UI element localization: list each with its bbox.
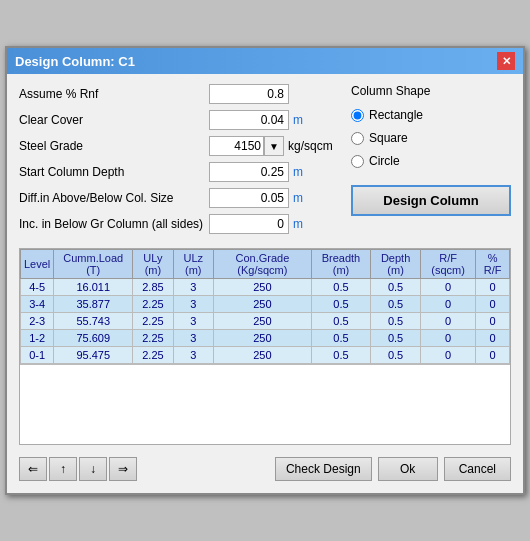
table-cell: 0 bbox=[421, 296, 476, 313]
table-cell: 0-1 bbox=[21, 347, 54, 364]
rectangle-radio-row[interactable]: Rectangle bbox=[351, 108, 511, 122]
title-bar: Design Column: C1 ✕ bbox=[7, 48, 523, 74]
nav-first-button[interactable]: ⇐ bbox=[19, 457, 47, 481]
table-cell: 0 bbox=[421, 313, 476, 330]
table-cell: 0 bbox=[476, 347, 510, 364]
table-cell: 2-3 bbox=[21, 313, 54, 330]
cancel-button[interactable]: Cancel bbox=[444, 457, 511, 481]
steel-grade-row: Steel Grade ▼ kg/sqcm bbox=[19, 136, 341, 156]
column-shape-label: Column Shape bbox=[351, 84, 511, 98]
table-header-row: Level Cumm.Load (T) ULy (m) ULz (m) Con.… bbox=[21, 250, 510, 279]
inc-below-gr-row: Inc. in Below Gr Column (all sides) m bbox=[19, 214, 341, 234]
nav-up-icon: ↑ bbox=[60, 462, 66, 476]
col-header-con-grade: Con.Grade (Kg/sqcm) bbox=[213, 250, 311, 279]
table-cell: 0 bbox=[476, 296, 510, 313]
col-header-pct-rf: % R/F bbox=[476, 250, 510, 279]
nav-up-button[interactable]: ↑ bbox=[49, 457, 77, 481]
steel-grade-input[interactable] bbox=[209, 136, 264, 156]
table-cell: 2.25 bbox=[133, 347, 174, 364]
table-cell: 0.5 bbox=[311, 313, 370, 330]
table-section: Level Cumm.Load (T) ULy (m) ULz (m) Con.… bbox=[19, 248, 511, 445]
circle-radio[interactable] bbox=[351, 155, 364, 168]
rectangle-radio[interactable] bbox=[351, 109, 364, 122]
dialog-body: Assume % Rnf Clear Cover m Steel Grade ▼… bbox=[7, 74, 523, 493]
clear-cover-row: Clear Cover m bbox=[19, 110, 341, 130]
table-cell: 75.609 bbox=[54, 330, 133, 347]
start-col-depth-row: Start Column Depth m bbox=[19, 162, 341, 182]
table-cell: 2.25 bbox=[133, 330, 174, 347]
table-cell: 2.25 bbox=[133, 313, 174, 330]
col-header-depth: Depth (m) bbox=[371, 250, 421, 279]
table-cell: 0.5 bbox=[371, 330, 421, 347]
table-cell: 0.5 bbox=[311, 330, 370, 347]
table-row: 3-435.8772.2532500.50.500 bbox=[21, 296, 510, 313]
clear-cover-input[interactable] bbox=[209, 110, 289, 130]
right-panel: Column Shape Rectangle Square Circle Des… bbox=[351, 84, 511, 240]
assume-rnf-row: Assume % Rnf bbox=[19, 84, 341, 104]
left-fields: Assume % Rnf Clear Cover m Steel Grade ▼… bbox=[19, 84, 341, 240]
table-cell: 55.743 bbox=[54, 313, 133, 330]
steel-grade-label: Steel Grade bbox=[19, 139, 209, 153]
table-cell: 2.25 bbox=[133, 296, 174, 313]
data-table: Level Cumm.Load (T) ULy (m) ULz (m) Con.… bbox=[20, 249, 510, 364]
table-cell: 3 bbox=[173, 330, 213, 347]
table-cell: 2.85 bbox=[133, 279, 174, 296]
table-cell: 35.877 bbox=[54, 296, 133, 313]
start-col-depth-label: Start Column Depth bbox=[19, 165, 209, 179]
action-buttons: Check Design Ok Cancel bbox=[275, 457, 511, 481]
square-radio[interactable] bbox=[351, 132, 364, 145]
col-header-breadth: Breadth (m) bbox=[311, 250, 370, 279]
check-design-button[interactable]: Check Design bbox=[275, 457, 372, 481]
dialog-title: Design Column: C1 bbox=[15, 54, 135, 69]
steel-grade-dropdown[interactable]: ▼ bbox=[264, 136, 284, 156]
table-cell: 4-5 bbox=[21, 279, 54, 296]
inc-below-gr-unit: m bbox=[293, 217, 303, 231]
diff-above-below-unit: m bbox=[293, 191, 303, 205]
design-column-button[interactable]: Design Column bbox=[351, 185, 511, 216]
table-cell: 250 bbox=[213, 313, 311, 330]
close-button[interactable]: ✕ bbox=[497, 52, 515, 70]
diff-above-below-input[interactable] bbox=[209, 188, 289, 208]
start-col-depth-unit: m bbox=[293, 165, 303, 179]
nav-down-button[interactable]: ↓ bbox=[79, 457, 107, 481]
square-label: Square bbox=[369, 131, 408, 145]
circle-radio-row[interactable]: Circle bbox=[351, 154, 511, 168]
rectangle-label: Rectangle bbox=[369, 108, 423, 122]
nav-last-icon: ⇒ bbox=[118, 462, 128, 476]
table-cell: 250 bbox=[213, 279, 311, 296]
bottom-buttons: ⇐ ↑ ↓ ⇒ Check Design Ok Cancel bbox=[19, 453, 511, 485]
table-cell: 0.5 bbox=[371, 279, 421, 296]
table-cell: 0 bbox=[421, 347, 476, 364]
assume-rnf-input[interactable] bbox=[209, 84, 289, 104]
table-cell: 0.5 bbox=[371, 296, 421, 313]
ok-button[interactable]: Ok bbox=[378, 457, 438, 481]
nav-last-button[interactable]: ⇒ bbox=[109, 457, 137, 481]
table-cell: 0 bbox=[476, 313, 510, 330]
table-cell: 3 bbox=[173, 296, 213, 313]
empty-rows-area bbox=[20, 364, 510, 444]
inc-below-gr-label: Inc. in Below Gr Column (all sides) bbox=[19, 217, 209, 231]
nav-first-icon: ⇐ bbox=[28, 462, 38, 476]
clear-cover-label: Clear Cover bbox=[19, 113, 209, 127]
start-col-depth-input[interactable] bbox=[209, 162, 289, 182]
table-cell: 0 bbox=[421, 279, 476, 296]
assume-rnf-label: Assume % Rnf bbox=[19, 87, 209, 101]
table-cell: 250 bbox=[213, 330, 311, 347]
table-row: 4-516.0112.8532500.50.500 bbox=[21, 279, 510, 296]
table-cell: 0.5 bbox=[311, 279, 370, 296]
steel-grade-control: ▼ kg/sqcm bbox=[209, 136, 333, 156]
table-cell: 250 bbox=[213, 347, 311, 364]
col-header-rf: R/F (sqcm) bbox=[421, 250, 476, 279]
table-cell: 3 bbox=[173, 279, 213, 296]
table-row: 0-195.4752.2532500.50.500 bbox=[21, 347, 510, 364]
table-cell: 0.5 bbox=[371, 347, 421, 364]
steel-grade-unit: kg/sqcm bbox=[288, 139, 333, 153]
inc-below-gr-input[interactable] bbox=[209, 214, 289, 234]
table-cell: 16.011 bbox=[54, 279, 133, 296]
square-radio-row[interactable]: Square bbox=[351, 131, 511, 145]
col-header-uly: ULy (m) bbox=[133, 250, 174, 279]
col-header-ulz: ULz (m) bbox=[173, 250, 213, 279]
circle-label: Circle bbox=[369, 154, 400, 168]
table-cell: 3 bbox=[173, 347, 213, 364]
table-cell: 0 bbox=[421, 330, 476, 347]
